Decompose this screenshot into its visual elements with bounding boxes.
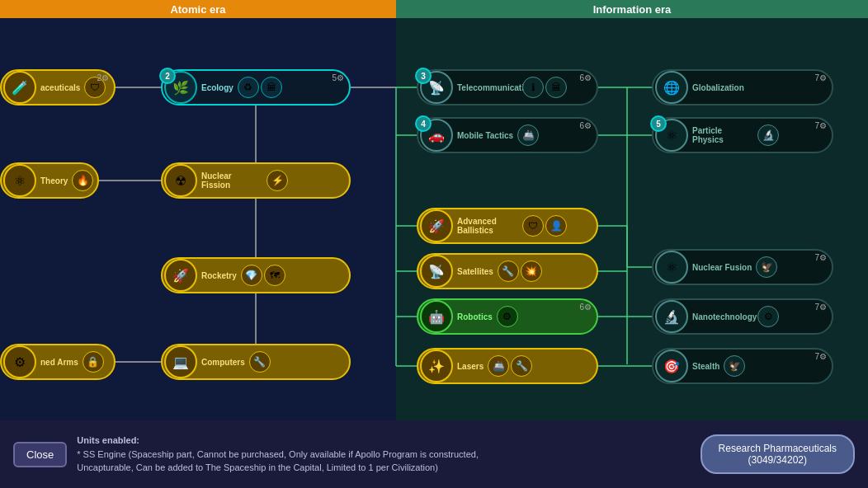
tech-node-main-icon-pharmaceuticals: 🧪: [3, 71, 36, 104]
tech-node-main-icon-computers: 💻: [164, 345, 197, 378]
close-button[interactable]: Close: [13, 442, 67, 467]
tech-node-icon-robotics-0: ⚙: [497, 306, 518, 327]
tech-node-icon-nuclear-fission-0: ⚡: [267, 170, 288, 191]
tech-node-cost-nanotechnology: 7⚙: [814, 303, 827, 312]
tech-node-icon-rocketry-0: 💎: [241, 265, 262, 286]
research-button[interactable]: Research Pharmaceuticals (3049/34202): [701, 434, 855, 474]
tech-node-cost-nuclear-fusion: 7⚙: [814, 253, 827, 262]
tech-node-label-globalization: Globalization: [690, 83, 747, 92]
information-era-label: Information era: [593, 3, 672, 16]
tech-node-label-mobile-tactics: Mobile Tactics: [455, 131, 516, 140]
tech-node-label-stealth: Stealth: [690, 362, 722, 371]
tech-node-icon-nuclear-fusion-0: 🦅: [756, 256, 777, 278]
tech-node-cost-telecommunications: 6⚙: [579, 73, 592, 82]
info-title: Units enabled:: [77, 435, 139, 445]
tech-node-combined-arms[interactable]: ⚙ned Arms🔒: [0, 344, 116, 380]
tech-node-telecommunications[interactable]: 3📡Telecommunicationsℹ🏛6⚙: [417, 69, 598, 106]
tech-node-main-icon-rocketry: 🚀: [164, 259, 197, 292]
tech-node-icon-advanced-ballistics-0: 🛡: [522, 215, 544, 237]
tech-node-icon-field-theory-0: 🔥: [72, 170, 93, 191]
tech-node-icon-particle-physics-0: 🔬: [757, 124, 779, 146]
tech-node-label-computers: Computers: [199, 358, 248, 367]
tech-node-stealth[interactable]: 🎯Stealth🦅7⚙: [652, 348, 833, 384]
info-text: * SS Engine (Spaceship part, Cannot be p…: [77, 448, 479, 475]
tech-node-particle-physics[interactable]: 5⚛Particle Physics🔬7⚙: [652, 117, 833, 153]
tech-node-main-icon-field-theory: ⚛: [3, 164, 36, 197]
information-era-header: Information era: [396, 0, 868, 18]
tech-node-label-field-theory: Theory: [38, 176, 70, 185]
tech-node-badge-ecology: 2: [159, 68, 176, 84]
tech-node-robotics[interactable]: 🤖Robotics⚙6⚙: [417, 298, 598, 335]
tech-node-main-icon-robotics: 🤖: [420, 300, 453, 333]
tech-node-pharmaceuticals[interactable]: 🧪aceuticals🛡2⚙: [0, 69, 116, 106]
tech-node-badge-telecommunications: 3: [415, 68, 432, 84]
tech-node-badge-particle-physics: 5: [650, 115, 667, 132]
tech-node-main-icon-advanced-ballistics: 🚀: [420, 209, 453, 242]
tech-node-cost-mobile-tactics: 6⚙: [579, 121, 592, 130]
tech-node-icon-mobile-tactics-0: 🚢: [517, 124, 539, 146]
tech-node-icon-rocketry-1: 🗺: [264, 265, 285, 286]
bottom-info: Units enabled: * SS Engine (Spaceship pa…: [77, 434, 479, 475]
tech-node-label-telecommunications: Telecommunications: [455, 83, 521, 92]
tech-node-ecology[interactable]: 2🌿Ecology♻🏛5⚙: [161, 69, 351, 106]
atomic-era-header: Atomic era: [0, 0, 396, 18]
tech-node-label-satellites: Satellites: [455, 267, 496, 276]
tech-node-cost-ecology: 5⚙: [332, 73, 344, 82]
tech-node-icon-satellites-0: 🔧: [498, 260, 519, 282]
tech-node-main-icon-globalization: 🌐: [655, 71, 688, 104]
tech-node-rocketry[interactable]: 🚀Rocketry💎🗺: [161, 257, 351, 293]
tech-node-nuclear-fusion[interactable]: ⚛Nuclear Fusion🦅7⚙: [652, 249, 833, 285]
tech-node-cost-stealth: 7⚙: [814, 352, 827, 361]
tech-node-label-lasers: Lasers: [455, 362, 486, 371]
tech-node-icon-telecommunications-1: 🏛: [545, 77, 567, 98]
tech-node-icon-lasers-0: 🚢: [488, 355, 509, 377]
tech-node-main-icon-satellites: 📡: [420, 255, 453, 288]
tech-node-lasers[interactable]: ✨Lasers🚢🔧: [417, 348, 598, 384]
tech-node-satellites[interactable]: 📡Satellites🔧💥: [417, 253, 598, 289]
tech-node-main-icon-stealth: 🎯: [655, 350, 688, 382]
tech-node-icon-ecology-0: ♻: [238, 77, 259, 98]
tech-node-cost-globalization: 7⚙: [814, 73, 827, 82]
tech-node-label-nuclear-fission: Nuclear Fission: [199, 171, 265, 190]
tech-node-icon-advanced-ballistics-1: 👤: [545, 215, 567, 237]
tech-node-computers[interactable]: 💻Computers🔧: [161, 344, 351, 380]
tech-node-icon-lasers-1: 🔧: [511, 355, 532, 377]
tech-node-mobile-tactics[interactable]: 4🚗Mobile Tactics🚢6⚙: [417, 117, 598, 153]
tech-node-nanotechnology[interactable]: 🔬Nanotechnology⚙7⚙: [652, 298, 833, 335]
tech-node-badge-mobile-tactics: 4: [415, 115, 432, 132]
tech-node-label-nuclear-fusion: Nuclear Fusion: [690, 263, 754, 272]
tech-node-cost-particle-physics: 7⚙: [814, 121, 827, 130]
tech-node-icon-stealth-0: 🦅: [724, 355, 745, 377]
tech-node-label-advanced-ballistics: Advanced Ballistics: [455, 217, 521, 235]
tech-node-icon-ecology-1: 🏛: [261, 77, 282, 98]
tech-node-advanced-ballistics[interactable]: 🚀Advanced Ballistics🛡👤: [417, 208, 598, 244]
tech-node-label-nanotechnology: Nanotechnology: [690, 312, 756, 321]
tech-node-label-particle-physics: Particle Physics: [690, 126, 756, 144]
tech-node-main-icon-nuclear-fission: ☢: [164, 164, 197, 197]
tech-node-label-rocketry: Rocketry: [199, 271, 239, 280]
tech-node-icon-telecommunications-0: ℹ: [522, 77, 544, 98]
tech-node-icon-nanotechnology-0: ⚙: [757, 306, 779, 327]
bottom-bar: Close Units enabled: * SS Engine (Spaces…: [0, 420, 868, 488]
atomic-era-label: Atomic era: [170, 3, 225, 16]
tech-node-main-icon-nanotechnology: 🔬: [655, 300, 688, 333]
tech-node-label-pharmaceuticals: aceuticals: [38, 83, 83, 92]
tech-node-field-theory[interactable]: ⚛Theory🔥: [0, 162, 99, 199]
tech-node-main-icon-nuclear-fusion: ⚛: [655, 251, 688, 284]
tech-node-cost-pharmaceuticals: 2⚙: [97, 73, 109, 82]
tech-node-icon-computers-0: 🔧: [249, 351, 271, 373]
tech-node-icon-combined-arms-0: 🔒: [83, 351, 104, 373]
tech-node-label-combined-arms: ned Arms: [38, 358, 81, 367]
tech-node-icon-satellites-1: 💥: [521, 260, 542, 282]
tech-node-nuclear-fission[interactable]: ☢Nuclear Fission⚡: [161, 162, 351, 199]
tech-node-main-icon-lasers: ✨: [420, 350, 453, 382]
tech-node-globalization[interactable]: 🌐Globalization7⚙: [652, 69, 833, 106]
tech-node-label-ecology: Ecology: [199, 83, 236, 92]
tech-node-cost-robotics: 6⚙: [579, 303, 592, 312]
tech-node-main-icon-combined-arms: ⚙: [3, 345, 36, 378]
tech-node-label-robotics: Robotics: [455, 312, 495, 321]
